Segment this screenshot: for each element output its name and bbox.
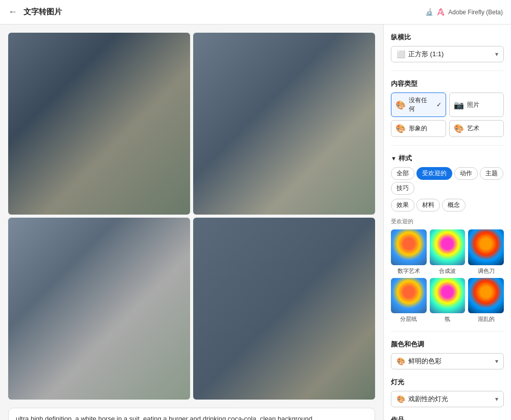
filter-tab-skill[interactable]: 技巧 xyxy=(391,182,414,195)
filter-tab-all[interactable]: 全部 xyxy=(391,167,414,180)
content-type-art-label: 艺术 xyxy=(467,124,479,133)
filter-tab-theme[interactable]: 主题 xyxy=(480,167,503,180)
content-type-grid: 🎨 没有任何 ✓ 📷 照片 🎨 形象的 🎨 艺术 xyxy=(391,92,504,137)
aspect-ratio-label: 纵横比 xyxy=(391,33,504,42)
content-type-graphic-icon: 🎨 xyxy=(396,124,406,133)
style-thumb-messy xyxy=(468,278,504,314)
lighting-section: 灯光 🎨 戏剧性的灯光 ▾ xyxy=(391,378,504,407)
content-type-none-label: 没有任何 xyxy=(409,96,433,113)
lighting-chevron-icon: ▾ xyxy=(495,395,498,403)
lighting-icon: 🎨 xyxy=(397,395,405,403)
work-label: 作品 xyxy=(391,415,504,420)
style-thumb-layered-paper xyxy=(391,278,427,314)
filter-tab-motion[interactable]: 动作 xyxy=(454,167,478,180)
aspect-ratio-value: 正方形 (1:1) xyxy=(408,50,444,59)
header-left: ← 文字转图片 xyxy=(8,7,62,17)
divider-3 xyxy=(391,331,504,332)
content-type-art-icon: 🎨 xyxy=(454,124,464,133)
color-tone-chevron-icon: ▾ xyxy=(495,358,498,365)
main-layout: ultra high definition, a white horse in … xyxy=(0,25,511,420)
filter-tabs: 全部 受欢迎的 动作 主题 技巧 xyxy=(391,167,504,195)
aspect-ratio-select[interactable]: ⬜ 正方形 (1:1) ▾ xyxy=(391,46,504,62)
aspect-ratio-chevron-icon: ▾ xyxy=(495,51,498,58)
style-item-color-knife[interactable]: 调色刀 xyxy=(468,229,504,275)
work-section: 作品 🎨 窄景深 ▾ xyxy=(391,415,504,420)
lighting-value: 戏剧性的灯光 xyxy=(408,394,448,404)
collapse-arrow-icon: ▼ xyxy=(391,155,397,161)
prompt-box: ultra high definition, a white horse in … xyxy=(8,408,375,420)
image-grid xyxy=(8,33,375,400)
image-cell-2[interactable] xyxy=(193,33,375,215)
color-tone-select[interactable]: 🎨 鲜明的色彩 ▾ xyxy=(391,353,504,369)
styles-label: 样式 xyxy=(399,154,412,163)
content-type-label: 内容类型 xyxy=(391,79,504,88)
generated-image-2 xyxy=(193,33,375,215)
styles-collapse[interactable]: ▼ 样式 xyxy=(391,154,504,163)
content-type-photo-icon: 📷 xyxy=(454,100,464,110)
style-thumb-color-knife xyxy=(468,229,504,265)
firefly-label: Adobe Firefly (Beta) xyxy=(448,9,503,16)
adobe-logo-icon: 𝔸 xyxy=(437,7,444,18)
lab-icon: 🔬 xyxy=(425,8,433,16)
content-type-none[interactable]: 🎨 没有任何 ✓ xyxy=(391,92,446,117)
popular-label: 受欢迎的 xyxy=(391,218,504,225)
header-right: 🔬 𝔸 Adobe Firefly (Beta) xyxy=(425,7,503,18)
content-type-photo-label: 照片 xyxy=(467,101,479,109)
sidebar: 纵横比 ⬜ 正方形 (1:1) ▾ 内容类型 🎨 没有任何 ✓ 📷 xyxy=(383,25,511,420)
style-item-synthwave[interactable]: 合成波 xyxy=(430,229,466,275)
style-name-digital-art: 数字艺术 xyxy=(398,267,420,275)
style-thumb-chaos xyxy=(430,278,466,314)
style-tag-material[interactable]: 材料 xyxy=(416,199,440,212)
content-type-graphic-label: 形象的 xyxy=(409,124,427,133)
divider-1 xyxy=(391,71,504,71)
style-item-digital-art[interactable]: 数字艺术 xyxy=(391,229,427,275)
content-type-art[interactable]: 🎨 艺术 xyxy=(449,120,504,137)
lighting-select[interactable]: 🎨 戏剧性的灯光 ▾ xyxy=(391,391,504,407)
style-item-messy[interactable]: 混乱的 xyxy=(468,278,504,323)
image-cell-1[interactable] xyxy=(8,33,190,215)
style-grid: 数字艺术 合成波 调色刀 分层纸 氛 xyxy=(391,229,504,323)
color-tone-icon: 🎨 xyxy=(397,357,405,365)
aspect-ratio-icon: ⬜ xyxy=(397,50,405,58)
back-button[interactable]: ← xyxy=(8,7,17,17)
aspect-ratio-section: 纵横比 ⬜ 正方形 (1:1) ▾ xyxy=(391,33,504,62)
content-area: ultra high definition, a white horse in … xyxy=(0,25,383,420)
content-type-none-icon: 🎨 xyxy=(396,100,406,110)
lighting-select-left: 🎨 戏剧性的灯光 xyxy=(397,394,448,404)
lighting-label: 灯光 xyxy=(391,378,504,387)
app-header: ← 文字转图片 🔬 𝔸 Adobe Firefly (Beta) xyxy=(0,0,511,25)
image-cell-3[interactable] xyxy=(8,218,190,400)
styles-section: ▼ 样式 全部 受欢迎的 动作 主题 技巧 效果 材料 概念 受欢迎的 数字艺术 xyxy=(391,154,504,323)
style-thumb-digital-art xyxy=(391,229,427,265)
style-name-synthwave: 合成波 xyxy=(439,267,456,275)
style-name-layered-paper: 分层纸 xyxy=(400,315,417,323)
style-thumb-synthwave xyxy=(430,229,466,265)
style-name-color-knife: 调色刀 xyxy=(478,267,495,275)
content-type-section: 内容类型 🎨 没有任何 ✓ 📷 照片 🎨 形象的 🎨 艺术 xyxy=(391,79,504,137)
image-cell-4[interactable] xyxy=(193,218,375,400)
color-tone-section: 颜色和色调 🎨 鲜明的色彩 ▾ xyxy=(391,340,504,369)
generated-image-1 xyxy=(8,33,190,215)
page-title: 文字转图片 xyxy=(24,7,62,17)
style-name-messy: 混乱的 xyxy=(478,315,495,323)
filter-tab-popular[interactable]: 受欢迎的 xyxy=(416,167,452,180)
color-tone-label: 颜色和色调 xyxy=(391,340,504,349)
content-type-none-check: ✓ xyxy=(436,101,442,108)
content-type-photo[interactable]: 📷 照片 xyxy=(449,92,504,117)
color-tone-select-left: 🎨 鲜明的色彩 xyxy=(397,357,442,366)
aspect-ratio-select-left: ⬜ 正方形 (1:1) xyxy=(397,50,444,59)
content-type-graphic[interactable]: 🎨 形象的 xyxy=(391,120,446,137)
style-item-chaos[interactable]: 氛 xyxy=(430,278,466,323)
style-tag-row: 效果 材料 概念 xyxy=(391,199,504,212)
style-item-layered-paper[interactable]: 分层纸 xyxy=(391,278,427,323)
color-tone-value: 鲜明的色彩 xyxy=(408,357,442,366)
style-tag-effect[interactable]: 效果 xyxy=(391,199,414,212)
generated-image-4 xyxy=(193,218,375,400)
style-tag-concept[interactable]: 概念 xyxy=(442,199,466,212)
style-name-chaos: 氛 xyxy=(445,315,450,323)
generated-image-3 xyxy=(8,218,190,400)
divider-2 xyxy=(391,145,504,146)
prompt-text: ultra high definition, a white horse in … xyxy=(16,414,367,420)
